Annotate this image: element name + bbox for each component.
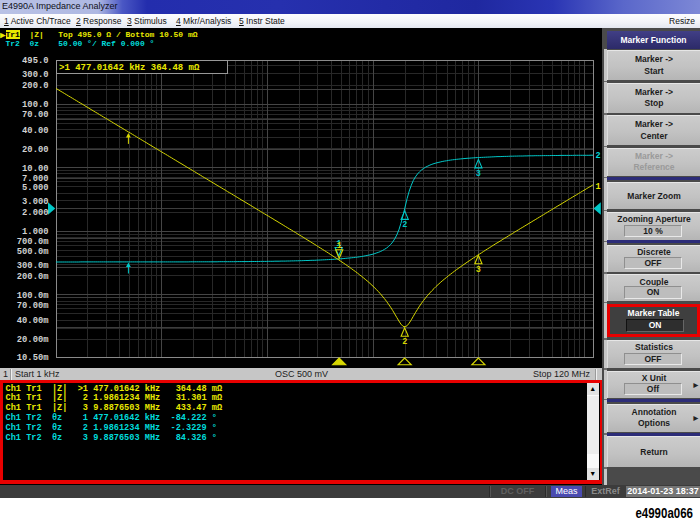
svg-text:495.0: 495.0 — [22, 56, 48, 66]
svg-text:300.0m: 300.0m — [17, 261, 49, 271]
svg-text:2: 2 — [402, 337, 407, 347]
svg-text:1: 1 — [337, 241, 342, 251]
svg-text:70.00: 70.00 — [22, 110, 48, 120]
svg-text:500.0m: 500.0m — [17, 247, 49, 257]
svg-text:2: 2 — [402, 220, 407, 230]
svg-text:20.00: 20.00 — [22, 145, 48, 155]
svg-text:3.000: 3.000 — [22, 197, 48, 207]
svg-text:3: 3 — [476, 169, 481, 179]
svg-text:2.000: 2.000 — [22, 208, 48, 218]
svg-text:200.0m: 200.0m — [17, 272, 49, 282]
svg-text:20.00m: 20.00m — [17, 335, 49, 345]
svg-text:5.000: 5.000 — [22, 183, 48, 193]
svg-text:1: 1 — [596, 182, 601, 192]
svg-text:>1 477.01642 kHz 364.48 mΩ: >1 477.01642 kHz 364.48 mΩ — [59, 63, 200, 73]
svg-text:40.00m: 40.00m — [17, 316, 49, 326]
svg-text:300.0: 300.0 — [22, 70, 48, 80]
svg-text:200.0: 200.0 — [22, 81, 48, 91]
svg-text:2: 2 — [596, 151, 601, 161]
svg-text:1.000: 1.000 — [22, 227, 48, 237]
svg-text:10.50m: 10.50m — [17, 353, 49, 363]
svg-text:70.00m: 70.00m — [17, 301, 49, 311]
svg-text:10.00: 10.00 — [22, 164, 48, 174]
svg-text:100.0m: 100.0m — [17, 291, 49, 301]
svg-text:100.0: 100.0 — [22, 100, 48, 110]
svg-text:3: 3 — [476, 265, 481, 275]
svg-text:40.00: 40.00 — [22, 126, 48, 136]
